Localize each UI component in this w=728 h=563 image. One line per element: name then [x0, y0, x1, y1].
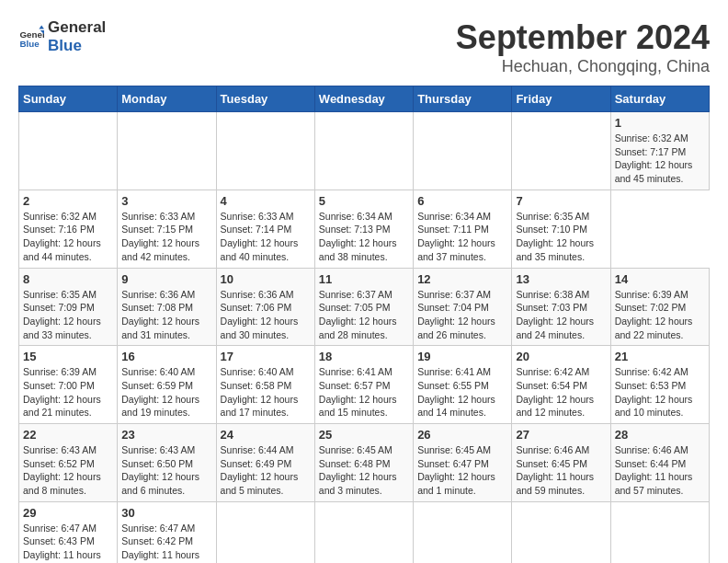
day-number: 14 — [615, 272, 705, 286]
page-subtitle: Hechuan, Chongqing, China — [456, 57, 710, 76]
day-number: 23 — [121, 428, 211, 442]
day-info: Sunrise: 6:33 AMSunset: 7:15 PMDaylight:… — [121, 210, 211, 264]
day-info: Sunrise: 6:35 AMSunset: 7:09 PMDaylight:… — [23, 288, 113, 342]
day-number: 27 — [516, 428, 606, 442]
calendar-cell: 20Sunrise: 6:42 AMSunset: 6:54 PMDayligh… — [512, 346, 610, 424]
day-number: 9 — [121, 272, 211, 286]
day-info: Sunrise: 6:39 AMSunset: 7:02 PMDaylight:… — [615, 288, 705, 342]
day-info: Sunrise: 6:41 AMSunset: 6:57 PMDaylight:… — [319, 365, 409, 419]
calendar-header-cell: Monday — [118, 86, 216, 112]
day-info: Sunrise: 6:47 AMSunset: 6:42 PMDaylight:… — [121, 522, 211, 563]
day-info: Sunrise: 6:34 AMSunset: 7:13 PMDaylight:… — [319, 210, 409, 264]
day-info: Sunrise: 6:42 AMSunset: 6:53 PMDaylight:… — [615, 365, 705, 419]
calendar-cell: 27Sunrise: 6:46 AMSunset: 6:45 PMDayligh… — [512, 424, 610, 502]
calendar-body: 1Sunrise: 6:32 AMSunset: 7:17 PMDaylight… — [19, 112, 710, 564]
day-info: Sunrise: 6:46 AMSunset: 6:44 PMDaylight:… — [615, 443, 705, 498]
svg-marker-2 — [39, 26, 44, 29]
calendar-week-row: 1Sunrise: 6:32 AMSunset: 7:17 PMDaylight… — [19, 112, 710, 190]
day-info: Sunrise: 6:39 AMSunset: 7:00 PMDaylight:… — [23, 365, 113, 419]
calendar-cell: 10Sunrise: 6:36 AMSunset: 7:06 PMDayligh… — [216, 268, 314, 346]
calendar-cell: 22Sunrise: 6:43 AMSunset: 6:52 PMDayligh… — [19, 424, 118, 502]
calendar-cell — [19, 112, 118, 190]
day-number: 20 — [516, 350, 606, 363]
calendar-cell — [512, 501, 610, 563]
calendar-cell — [216, 112, 314, 190]
calendar-cell: 5Sunrise: 6:34 AMSunset: 7:13 PMDaylight… — [314, 190, 413, 268]
day-info: Sunrise: 6:34 AMSunset: 7:11 PMDaylight:… — [417, 210, 507, 264]
calendar-week-row: 29Sunrise: 6:47 AMSunset: 6:43 PMDayligh… — [19, 501, 710, 563]
calendar-week-row: 15Sunrise: 6:39 AMSunset: 7:00 PMDayligh… — [19, 346, 710, 424]
calendar-cell — [118, 112, 216, 190]
calendar-cell: 23Sunrise: 6:43 AMSunset: 6:50 PMDayligh… — [118, 424, 216, 502]
logo: General Blue General Blue — [18, 18, 106, 56]
calendar-cell: 16Sunrise: 6:40 AMSunset: 6:59 PMDayligh… — [118, 346, 216, 424]
calendar-cell: 25Sunrise: 6:45 AMSunset: 6:48 PMDayligh… — [314, 424, 413, 502]
day-info: Sunrise: 6:40 AMSunset: 6:58 PMDaylight:… — [221, 365, 311, 419]
calendar-cell — [414, 501, 512, 563]
calendar-cell: 21Sunrise: 6:42 AMSunset: 6:53 PMDayligh… — [610, 346, 709, 424]
calendar-cell: 29Sunrise: 6:47 AMSunset: 6:43 PMDayligh… — [19, 501, 118, 563]
day-number: 17 — [221, 350, 311, 363]
day-info: Sunrise: 6:44 AMSunset: 6:49 PMDaylight:… — [221, 443, 311, 498]
day-number: 2 — [23, 194, 113, 208]
calendar-cell — [314, 501, 413, 563]
calendar-cell: 3Sunrise: 6:33 AMSunset: 7:15 PMDaylight… — [118, 190, 216, 268]
day-info: Sunrise: 6:37 AMSunset: 7:05 PMDaylight:… — [319, 288, 409, 342]
day-number: 10 — [221, 272, 311, 286]
calendar-week-row: 22Sunrise: 6:43 AMSunset: 6:52 PMDayligh… — [19, 424, 710, 502]
calendar-cell: 14Sunrise: 6:39 AMSunset: 7:02 PMDayligh… — [610, 268, 709, 346]
logo-line1: General — [48, 18, 106, 37]
day-info: Sunrise: 6:45 AMSunset: 6:48 PMDaylight:… — [319, 443, 409, 498]
day-number: 3 — [121, 194, 211, 208]
calendar-header-cell: Wednesday — [314, 86, 413, 112]
day-info: Sunrise: 6:37 AMSunset: 7:04 PMDaylight:… — [417, 288, 507, 342]
calendar-cell: 6Sunrise: 6:34 AMSunset: 7:11 PMDaylight… — [414, 190, 512, 268]
day-info: Sunrise: 6:43 AMSunset: 6:50 PMDaylight:… — [121, 443, 211, 498]
calendar-header-cell: Saturday — [610, 86, 709, 112]
calendar-cell: 26Sunrise: 6:45 AMSunset: 6:47 PMDayligh… — [414, 424, 512, 502]
calendar-header-cell: Sunday — [19, 86, 118, 112]
day-number: 4 — [221, 194, 311, 208]
calendar-cell: 2Sunrise: 6:32 AMSunset: 7:16 PMDaylight… — [19, 190, 118, 268]
calendar-cell: 28Sunrise: 6:46 AMSunset: 6:44 PMDayligh… — [610, 424, 709, 502]
calendar-cell — [314, 112, 413, 190]
day-number: 21 — [615, 350, 705, 363]
day-info: Sunrise: 6:32 AMSunset: 7:16 PMDaylight:… — [23, 210, 113, 264]
calendar-cell: 1Sunrise: 6:32 AMSunset: 7:17 PMDaylight… — [610, 112, 709, 190]
svg-text:Blue: Blue — [19, 40, 40, 50]
day-info: Sunrise: 6:43 AMSunset: 6:52 PMDaylight:… — [23, 443, 113, 498]
calendar-cell: 12Sunrise: 6:37 AMSunset: 7:04 PMDayligh… — [414, 268, 512, 346]
calendar-cell — [610, 501, 709, 563]
calendar-week-row: 8Sunrise: 6:35 AMSunset: 7:09 PMDaylight… — [19, 268, 710, 346]
calendar-header-row: SundayMondayTuesdayWednesdayThursdayFrid… — [19, 86, 710, 112]
day-number: 19 — [417, 350, 507, 363]
day-info: Sunrise: 6:36 AMSunset: 7:06 PMDaylight:… — [221, 288, 311, 342]
day-info: Sunrise: 6:41 AMSunset: 6:55 PMDaylight:… — [417, 365, 507, 419]
calendar-cell: 7Sunrise: 6:35 AMSunset: 7:10 PMDaylight… — [512, 190, 610, 268]
day-number: 7 — [516, 194, 606, 208]
calendar-cell: 15Sunrise: 6:39 AMSunset: 7:00 PMDayligh… — [19, 346, 118, 424]
calendar-cell — [216, 501, 314, 563]
day-number: 1 — [615, 116, 705, 130]
calendar-cell: 13Sunrise: 6:38 AMSunset: 7:03 PMDayligh… — [512, 268, 610, 346]
day-number: 13 — [516, 272, 606, 286]
calendar-cell: 17Sunrise: 6:40 AMSunset: 6:58 PMDayligh… — [216, 346, 314, 424]
day-number: 22 — [23, 428, 113, 442]
page-title: September 2024 — [456, 18, 710, 57]
calendar-cell — [512, 112, 610, 190]
day-info: Sunrise: 6:42 AMSunset: 6:54 PMDaylight:… — [516, 365, 606, 419]
day-number: 18 — [319, 350, 409, 363]
day-info: Sunrise: 6:36 AMSunset: 7:08 PMDaylight:… — [121, 288, 211, 342]
calendar-cell: 8Sunrise: 6:35 AMSunset: 7:09 PMDaylight… — [19, 268, 118, 346]
logo-line2: Blue — [48, 37, 106, 55]
day-info: Sunrise: 6:32 AMSunset: 7:17 PMDaylight:… — [615, 132, 705, 186]
day-number: 5 — [319, 194, 409, 208]
day-number: 6 — [417, 194, 507, 208]
calendar-cell: 9Sunrise: 6:36 AMSunset: 7:08 PMDaylight… — [118, 268, 216, 346]
calendar-header-cell: Friday — [512, 86, 610, 112]
day-info: Sunrise: 6:46 AMSunset: 6:45 PMDaylight:… — [516, 443, 606, 498]
title-area: September 2024 Hechuan, Chongqing, China — [456, 18, 710, 76]
calendar-cell: 11Sunrise: 6:37 AMSunset: 7:05 PMDayligh… — [314, 268, 413, 346]
day-number: 29 — [23, 506, 113, 520]
day-info: Sunrise: 6:35 AMSunset: 7:10 PMDaylight:… — [516, 210, 606, 264]
